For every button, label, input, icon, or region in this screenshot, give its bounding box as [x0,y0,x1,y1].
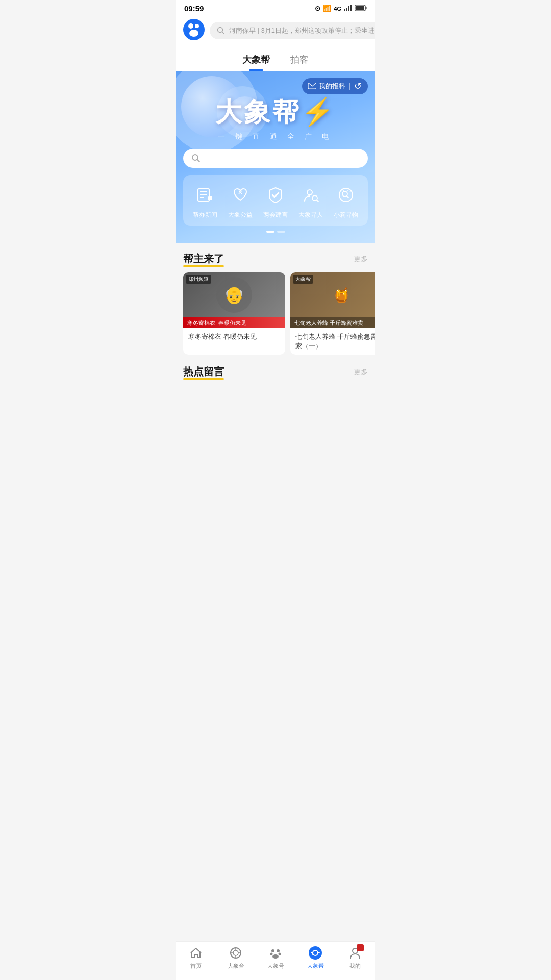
xunren-label: 大象寻人 [298,211,323,219]
search-bar[interactable]: 河南你早 | 3月1日起，郑州这项政策停止；乘坐进... [210,22,375,39]
dot-1 [266,231,274,233]
4g-icon: 4G [334,6,341,12]
refresh-button[interactable]: ↺ [354,81,362,92]
news-cards-scroll[interactable]: 郑州频道 👴 寒冬寄棉衣 春暖仍未见 寒冬寄棉衣 春暖仍未见 大象帮 🍯 七旬老… [176,272,375,363]
status-time: 09:59 [184,4,204,13]
svg-line-15 [197,160,200,162]
hot-section-title: 热点留言 [183,365,224,379]
hot-section-header: 热点留言 更多 [176,363,375,385]
header: 河南你早 | 3月1日起，郑州这项政策停止；乘坐进... [176,15,375,48]
tab-pake[interactable]: 拍客 [290,51,309,71]
report-button[interactable]: 我的报料 [308,82,345,91]
bangban-icon-wrap [193,183,217,207]
search-circle-icon [337,186,355,204]
news-card-text-2: 七旬老人养蜂 千斤蜂蜜急需买家（一） [290,328,375,355]
search-icon [217,27,225,35]
report-label: 我的报料 [319,82,345,91]
svg-point-26 [339,188,353,202]
svg-line-28 [347,196,348,198]
signal-icon [344,5,352,13]
banner-section: 我的报料 ↺ 大象帮⚡ 一 键 直 通 全 广 电 [176,71,375,243]
svg-line-31 [350,191,351,192]
news-thumb-2: 大象帮 🍯 七旬老人养蜂 千斤蜂蜜难卖 [290,272,375,328]
wifi-icon: 📶 [323,5,331,12]
banner-title-area: 大象帮⚡ 一 键 直 通 全 广 电 [183,94,368,141]
category-daxiang-gongyi[interactable]: 大象公益 [228,183,253,219]
shield-check-icon [266,186,285,204]
news-card-2[interactable]: 大象帮 🍯 七旬老人养蜂 千斤蜂蜜难卖 七旬老人养蜂 千斤蜂蜜急需买家（一） [290,272,375,355]
banner-search-bar[interactable] [183,149,368,168]
heart-icon [231,186,249,204]
bangban-label: 帮办新闻 [193,211,217,219]
tab-daxiangbang[interactable]: 大象帮 [242,51,270,71]
dot-2 [277,231,285,233]
svg-rect-3 [350,5,352,11]
news-card-text-1: 寒冬寄棉衣 春暖仍未见 [183,328,285,346]
banner-main-title: 大象帮⚡ [183,94,368,130]
gongyi-label: 大象公益 [228,211,253,219]
svg-rect-5 [366,7,367,9]
category-lianghui[interactable]: 两会建言 [263,183,288,219]
news-thumb-1: 郑州频道 👴 寒冬寄棉衣 春暖仍未见 [183,272,285,328]
category-xiaoli-xunwu[interactable]: 小莉寻物 [334,183,358,219]
category-daxiang-xunren[interactable]: 大象寻人 [298,183,323,219]
help-section-header: 帮主来了 更多 [176,243,375,272]
gongyi-icon-wrap [229,183,252,207]
spacer-bottom [176,385,375,426]
search-text: 河南你早 | 3月1日起，郑州这项政策停止；乘坐进... [229,26,375,35]
xunwu-icon-wrap [334,183,358,207]
svg-rect-20 [208,196,212,200]
svg-point-23 [307,190,312,195]
banner-search-icon [191,154,201,163]
banner-top-right[interactable]: 我的报料 ↺ [302,78,368,94]
news-badge-2: 七旬老人养蜂 千斤蜂蜜难卖 [290,317,375,328]
help-more-button[interactable]: 更多 [354,255,368,264]
category-grid: 帮办新闻 大象公益 两会建言 [183,175,368,226]
hot-more-button[interactable]: 更多 [354,368,368,377]
person-search-icon [302,186,320,204]
badge-text-1b: 春暖仍未见 [218,319,246,327]
news-card-1[interactable]: 郑州频道 👴 寒冬寄棉衣 春暖仍未见 寒冬寄棉衣 春暖仍未见 [183,272,285,355]
tabs-container: 大象帮 拍客 [176,48,375,71]
dots-indicator [183,231,368,233]
logo[interactable] [183,19,205,42]
lianghui-icon-wrap [264,183,287,207]
category-bangban-xinwen[interactable]: 帮办新闻 [193,183,217,219]
news-badge-1: 寒冬寄棉衣 春暖仍未见 [183,317,285,328]
battery-icon [355,5,367,13]
banner-divider [349,83,350,90]
lightning-icon: ⚡ [301,97,336,127]
svg-rect-0 [344,9,345,11]
banner-subtitle: 一 键 直 通 全 广 电 [183,132,368,141]
envelope-icon [308,83,316,90]
xunren-icon-wrap [299,183,322,207]
svg-point-10 [189,30,198,37]
svg-line-12 [222,32,224,34]
svg-rect-6 [356,6,364,10]
status-bar: 09:59 ⊙ 📶 4G [176,0,375,15]
svg-point-8 [188,23,193,29]
badge-text-1a: 寒冬寄棉衣 [187,319,215,327]
svg-rect-1 [346,8,347,11]
news-icon [196,186,214,204]
status-icons: ⊙ 📶 4G [315,5,367,13]
cast-icon: ⊙ [315,5,320,12]
svg-line-25 [317,200,318,202]
svg-point-9 [195,24,199,28]
svg-rect-2 [348,6,349,11]
lianghui-label: 两会建言 [263,211,288,219]
help-section-title: 帮主来了 [183,252,224,266]
xunwu-label: 小莉寻物 [334,211,358,219]
